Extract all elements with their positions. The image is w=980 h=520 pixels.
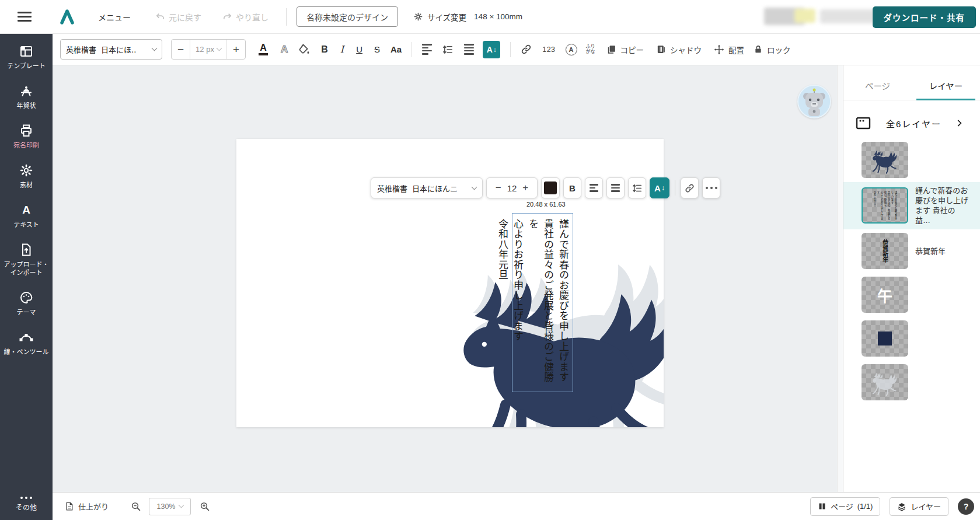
line-spacing-button[interactable] xyxy=(442,44,454,55)
floating-align-button[interactable] xyxy=(585,177,603,198)
background-fill-button[interactable] xyxy=(298,43,310,55)
layer-label: 恭賀新年 xyxy=(915,246,969,256)
text-color-button[interactable]: A xyxy=(256,43,271,55)
flower-icon xyxy=(19,163,33,177)
bottom-right-controls: ページ (1/1) レイヤー ? xyxy=(810,497,974,516)
vertical-text-icon: A↓ xyxy=(483,41,500,58)
link-button[interactable] xyxy=(521,44,532,55)
greeting-text-box[interactable]: 謹んで新春のお慶びを申し上げます 貴社の益々のご発展と皆様のご健勝を 心よりお祈… xyxy=(512,213,573,392)
redo-button[interactable]: やり直し xyxy=(222,11,268,23)
shadow-button[interactable]: シャドウ xyxy=(656,44,702,55)
sidebar-item-materials[interactable]: 素材 xyxy=(0,163,53,189)
floating-size-decrease-button[interactable]: − xyxy=(492,182,505,194)
help-button[interactable]: ? xyxy=(958,498,974,515)
floating-vertical-text-button[interactable]: A↓ xyxy=(650,177,669,198)
pages-button[interactable]: ページ (1/1) xyxy=(810,497,880,516)
lock-button[interactable]: ロック xyxy=(754,44,791,55)
palette-icon xyxy=(19,291,33,305)
floating-size-value: 12 xyxy=(507,183,517,193)
right-panel: ページ レイヤー 全6レイヤー 謹んで新春のお慶びを申し上げます 貴社の益々のご… xyxy=(843,65,980,492)
italic-button[interactable]: I xyxy=(340,44,344,55)
vertical-text-button[interactable]: A↓ xyxy=(483,41,500,58)
sidebar-item-text[interactable]: A テキスト xyxy=(0,203,53,229)
app-logo-icon[interactable] xyxy=(58,8,76,26)
template-icon xyxy=(19,44,33,58)
number-style-button[interactable]: 123 xyxy=(542,46,555,54)
justify-icon xyxy=(611,184,620,191)
layer-thumbnail xyxy=(862,364,908,400)
greeting-line: 貴社の益々のご発展と皆様のご健勝を xyxy=(525,219,556,386)
floating-more-button[interactable] xyxy=(702,177,720,198)
chevron-right-icon[interactable] xyxy=(955,119,964,127)
menu-button[interactable]: メニュー xyxy=(98,11,131,23)
layer-thumbnail xyxy=(862,320,908,357)
font-size-increase-button[interactable]: + xyxy=(227,40,245,59)
download-share-button[interactable]: ダウンロード・共有 xyxy=(873,6,976,28)
sidebar-item-upload-import[interactable]: アップロード・インポート xyxy=(0,243,53,277)
font-family-select[interactable]: 英椎楷書 日本にほ.. xyxy=(60,39,162,60)
copy-button[interactable]: コピー xyxy=(606,44,644,55)
undo-button[interactable]: 元に戻す xyxy=(155,11,201,23)
layer-row-light-horse[interactable] xyxy=(843,361,980,404)
underline-button[interactable]: U xyxy=(356,44,362,54)
circled-text-button[interactable]: A xyxy=(566,44,577,55)
tab-layers[interactable]: レイヤー xyxy=(912,65,980,100)
layer-thumbnail: 謹んで新春のお慶びを申し上げます 貴社の益々のご発展と皆様のご健勝を 心よりお祈… xyxy=(862,187,908,224)
gear-icon xyxy=(413,12,423,22)
hamburger-menu-icon[interactable] xyxy=(18,12,32,22)
design-canvas[interactable]: 午 恭賀新年 謹んで新春のお慶びを申し上げます 貴社の益々のご発展と皆様のご健勝… xyxy=(53,65,837,492)
arrange-button[interactable]: 配置 xyxy=(714,44,744,55)
finish-preview-button[interactable]: 仕上がり xyxy=(65,501,109,512)
redo-icon xyxy=(222,12,232,22)
furigana-button[interactable]: ふりがな xyxy=(586,44,595,54)
text-case-button[interactable]: Aa xyxy=(390,44,402,54)
justify-button[interactable] xyxy=(464,44,474,55)
paint-bucket-icon xyxy=(298,43,310,55)
layer-row-uma-character[interactable]: 午 xyxy=(843,273,980,317)
align-left-icon xyxy=(590,184,598,191)
left-sidebar: テンプレート 年賀状 宛名印刷 素材 A テキスト アップロード・インポート テ… xyxy=(0,34,53,520)
canvas-scrollbar[interactable] xyxy=(837,65,843,492)
sidebar-item-theme[interactable]: テーマ xyxy=(0,291,53,316)
floating-line-spacing-button[interactable] xyxy=(628,177,646,198)
zoom-level-select[interactable]: 130% xyxy=(149,498,191,515)
sidebar-item-pen-tool[interactable]: 線・ペンツール xyxy=(0,330,53,356)
floating-text-color-swatch[interactable] xyxy=(541,177,560,198)
bold-button[interactable]: B xyxy=(321,44,328,55)
selection-size-label: 20.48 x 61.63 xyxy=(526,201,566,208)
resize-button[interactable]: サイズ変更 xyxy=(413,11,466,23)
floating-size-increase-button[interactable]: + xyxy=(519,182,532,194)
floating-bold-button[interactable]: B xyxy=(563,177,581,198)
font-size-select[interactable]: 12 px xyxy=(190,40,227,59)
layer-row-navy-square[interactable] xyxy=(843,317,980,361)
floating-justify-button[interactable] xyxy=(606,177,625,198)
font-size-decrease-button[interactable]: − xyxy=(172,40,190,59)
align-left-button[interactable] xyxy=(422,44,432,55)
design-title-input[interactable]: 名称未設定のデザイン xyxy=(297,6,398,27)
sidebar-item-more[interactable]: その他 xyxy=(16,497,37,512)
sidebar-item-nengajo[interactable]: 年賀状 xyxy=(0,84,53,110)
chevron-down-icon xyxy=(152,46,158,51)
layers-button[interactable]: レイヤー xyxy=(890,497,948,516)
copy-icon xyxy=(606,44,616,54)
layer-row-horse[interactable] xyxy=(843,138,980,182)
pen-tool-icon xyxy=(19,330,34,344)
layer-thumbnail xyxy=(862,142,908,178)
layers-panel-icon xyxy=(856,116,871,130)
layer-row-calligraphy[interactable]: 恭賀新年 恭賀新年 xyxy=(843,229,980,273)
floating-link-button[interactable] xyxy=(681,177,699,198)
sidebar-item-template[interactable]: テンプレート xyxy=(0,44,53,70)
sidebar-item-address-print[interactable]: 宛名印刷 xyxy=(0,124,53,149)
floating-font-select[interactable]: 英椎楷書 日本にほんニ xyxy=(371,177,483,198)
text-format-toolbar: 英椎楷書 日本にほ.. − 12 px + A A B I U S Aa xyxy=(53,34,980,65)
text-outline-button[interactable]: A xyxy=(281,44,288,55)
greeting-line: 謹んで新春のお慶びを申し上げます xyxy=(556,219,571,386)
zoom-out-button[interactable] xyxy=(131,501,141,512)
account-info-redacted xyxy=(764,6,884,28)
assistant-mascot-avatar[interactable] xyxy=(797,85,831,118)
zoom-in-button[interactable] xyxy=(200,501,210,512)
layer-row-greeting-text[interactable]: 謹んで新春のお慶びを申し上げます 貴社の益々のご発展と皆様のご健勝を 心よりお祈… xyxy=(843,182,980,229)
tab-pages[interactable]: ページ xyxy=(843,65,912,100)
strikethrough-button[interactable]: S xyxy=(374,44,380,54)
new-year-card-icon xyxy=(19,84,33,98)
